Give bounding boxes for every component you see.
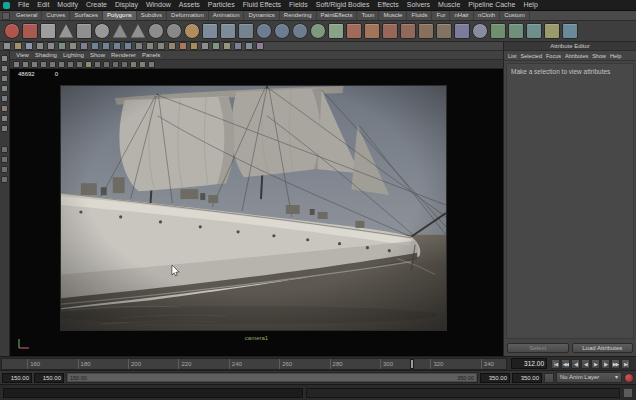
timeline-tick-180[interactable]: 180 [78,359,91,369]
sculpt-geometry-icon[interactable] [184,23,200,39]
boolean-union-icon[interactable] [256,23,272,39]
average-vertices-icon[interactable] [328,23,344,39]
go-to-start-button[interactable]: |◀ [551,359,560,369]
shelf-tab-animation[interactable]: Animation [209,11,245,20]
select-by-component-icon[interactable] [80,42,88,50]
safe-title-icon[interactable] [121,61,128,68]
step-back-frame-button[interactable]: ◀◀ [561,359,570,369]
redo-icon[interactable] [47,42,55,50]
panel-menu-show[interactable]: Show [87,51,108,60]
menu-display[interactable]: Display [111,0,142,10]
menu-edit[interactable]: Edit [33,0,53,10]
select-camera-icon[interactable] [13,61,20,68]
menu-file[interactable]: File [14,0,33,10]
last-tool-icon[interactable] [1,125,8,132]
undo-icon[interactable] [36,42,44,50]
image-plane-icon[interactable] [49,61,56,68]
panel-menu-view[interactable]: View [13,51,32,60]
panel-menu-shading[interactable]: Shading [32,51,60,60]
camera-attributes-icon[interactable] [31,61,38,68]
shaded-mode-icon[interactable] [139,61,146,68]
shelf-tab-subdivs[interactable]: Subdivs [137,11,167,20]
playback-end-field[interactable]: 350.00 [480,373,510,383]
single-pane-layout-icon[interactable] [1,146,8,153]
four-pane-layout-icon[interactable] [1,156,8,163]
separate-icon[interactable] [220,23,236,39]
current-frame-marker[interactable] [410,359,414,369]
shelf-tab-toon[interactable]: Toon [357,11,379,20]
attribute-editor-toggle-icon[interactable] [234,42,242,50]
save-scene-icon[interactable] [25,42,33,50]
bookmarks-icon[interactable] [40,61,47,68]
bevel-icon[interactable] [364,23,380,39]
poly-prism-icon[interactable] [112,23,128,39]
shelf-tab-polygons[interactable]: Polygons [103,11,137,20]
ae-menu-attributes[interactable]: Attributes [563,53,590,59]
select-by-object-icon[interactable] [69,42,77,50]
menu-effects[interactable]: Effects [373,0,402,10]
scale-tool-icon[interactable] [1,105,8,112]
split-polygon-icon[interactable] [490,23,506,39]
poly-cone-icon[interactable] [58,23,74,39]
animation-end-field[interactable]: 350.00 [512,373,542,383]
menu-help[interactable]: Help [519,0,541,10]
shelf-tab-nhair[interactable]: nHair [450,11,473,20]
wireframe-mode-icon[interactable] [130,61,137,68]
snap-to-curve-icon[interactable] [102,42,110,50]
new-scene-icon[interactable] [3,42,11,50]
two-d-pan-zoom-icon[interactable] [58,61,65,68]
select-button[interactable]: Select [507,343,569,353]
film-gate-icon[interactable] [76,61,83,68]
textured-mode-icon[interactable] [148,61,155,68]
shelf-tab-fluids[interactable]: Fluids [407,11,432,20]
play-forward-button[interactable]: ▶ [591,359,600,369]
step-forward-frame-button[interactable]: ▶▶ [611,359,620,369]
ae-menu-show[interactable]: Show [590,53,608,59]
paint-effects-panel-icon[interactable] [212,42,220,50]
resolution-gate-icon[interactable] [85,61,92,68]
shelf-tab-general[interactable]: General [12,11,42,20]
panel-menu-renderer[interactable]: Renderer [108,51,139,60]
tool-settings-toggle-icon[interactable] [245,42,253,50]
render-current-frame-icon[interactable] [179,42,187,50]
bridge-icon[interactable] [382,23,398,39]
ae-menu-help[interactable]: Help [608,53,623,59]
timeline-tick-340[interactable]: 340 [481,359,494,369]
shelf-tab-painteffects[interactable]: PaintEffects [317,11,358,20]
select-by-hierarchy-icon[interactable] [58,42,66,50]
persp-outliner-layout-icon[interactable] [1,166,8,173]
open-scene-icon[interactable] [14,42,22,50]
time-slider[interactable]: 160180200220240260280300320340 [1,358,507,370]
panel-menu-panels[interactable]: Panels [139,51,163,60]
poly-cube-icon[interactable] [22,23,38,39]
timeline-tick-240[interactable]: 240 [229,359,242,369]
anim-layer-dropdown[interactable]: No Anim Layer ▾ [556,372,622,383]
menu-fluid-effects[interactable]: Fluid Effects [239,0,285,10]
menu-modify[interactable]: Modify [53,0,82,10]
poly-sphere-icon[interactable] [4,23,20,39]
shelf-tab-muscle[interactable]: Muscle [379,11,407,20]
offset-edge-loop-icon[interactable] [526,23,542,39]
lock-camera-icon[interactable] [22,61,29,68]
shelf-tab-custom[interactable]: Custom [500,11,530,20]
shelf-tab-dynamics[interactable]: Dynamics [244,11,279,20]
ae-menu-focus[interactable]: Focus [544,53,563,59]
ae-menu-selected[interactable]: Selected [519,53,544,59]
auto-keyframe-button[interactable] [624,373,634,383]
shelf-tab-surfaces[interactable]: Surfaces [70,11,103,20]
poly-cylinder-icon[interactable] [40,23,56,39]
safe-action-icon[interactable] [112,61,119,68]
select-tool-icon[interactable] [1,55,8,62]
menu-solvers[interactable]: Solvers [403,0,434,10]
lasso-tool-icon[interactable] [1,65,8,72]
boolean-difference-icon[interactable] [274,23,290,39]
render-settings-icon[interactable] [201,42,209,50]
field-chart-icon[interactable] [103,61,110,68]
timeline-tick-320[interactable]: 320 [430,359,443,369]
menu-assets[interactable]: Assets [175,0,204,10]
snap-to-grid-icon[interactable] [91,42,99,50]
shelf-tab-rendering[interactable]: Rendering [280,11,317,20]
rotate-tool-icon[interactable] [1,95,8,102]
wedge-icon[interactable] [418,23,434,39]
mirror-geometry-icon[interactable] [454,23,470,39]
